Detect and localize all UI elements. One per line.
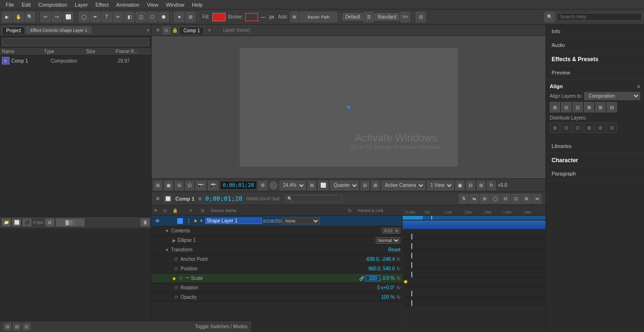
comp-sync-btn[interactable]: ↻	[487, 181, 496, 190]
search-help-input[interactable]	[557, 13, 642, 21]
panel-expand-arrow[interactable]: »	[146, 28, 149, 33]
opacity-reset-icon[interactable]: ↻	[397, 295, 400, 300]
tool-undo[interactable]: ↩	[40, 12, 51, 22]
stroke-swatch[interactable]	[245, 13, 258, 21]
stopwatch-icon-rotation[interactable]: ⏱	[172, 285, 179, 291]
camera-dropdown[interactable]: Active Camera	[381, 181, 425, 190]
layer-visibility-btn[interactable]: 👁	[154, 218, 161, 224]
ellipse-mode-select[interactable]: Normal	[376, 237, 400, 244]
menu-file[interactable]: File	[2, 1, 18, 8]
comp-output[interactable]: ▣	[164, 181, 173, 190]
tab-project[interactable]: Project	[2, 27, 25, 34]
right-info[interactable]: Info	[546, 25, 644, 38]
dist-hcenter-btn[interactable]: ⊟	[561, 122, 571, 133]
color-settings-btn[interactable]: ▓▒░	[56, 219, 84, 226]
stopwatch-icon-scale[interactable]: ⏱	[177, 275, 184, 282]
comp-display-btn[interactable]: ⊟	[466, 181, 475, 190]
menu-view[interactable]: View	[143, 1, 162, 8]
comp-camera-toggle[interactable]: 📷	[196, 181, 206, 190]
right-effects-presets[interactable]: Effects & Presets	[546, 52, 644, 66]
view-dropdown[interactable]: 1 View	[427, 181, 454, 190]
track-bar-layer1[interactable]	[403, 221, 545, 229]
menu-effect[interactable]: Effect	[91, 1, 112, 8]
tool-redo[interactable]: ↪	[52, 12, 62, 22]
tool-zoom[interactable]: 🔍	[25, 12, 35, 22]
align-bottom-btn[interactable]: ⊟	[607, 102, 617, 112]
toggle-label[interactable]: Toggle Switches / Modes	[195, 324, 247, 329]
tab-effect-controls[interactable]: Effect Controls Shape Layer 1	[26, 27, 91, 34]
region-btn[interactable]: ⬜	[318, 181, 328, 190]
project-search-input[interactable]	[2, 38, 149, 46]
tl-tool1[interactable]: ⇅	[459, 194, 469, 203]
comp-settings-btn[interactable]: ⚙	[258, 181, 267, 190]
comp-grid-toggle[interactable]: ⊟	[175, 181, 183, 190]
standard-dropdown[interactable]: Standard	[375, 13, 399, 20]
comp-lock-btn[interactable]: 🔒	[171, 26, 179, 35]
sublayer-rotation[interactable]: ⏱ Rotation 0 x+0.0° ↻	[152, 283, 402, 293]
project-item-comp1[interactable]: C Comp 1 Composition 29.97	[0, 55, 151, 66]
right-libraries[interactable]: Libraries	[546, 139, 644, 153]
default-dropdown[interactable]: Default	[343, 13, 363, 20]
new-solid-btn[interactable]: ⬛	[23, 219, 31, 226]
reset-btn[interactable]: Reset	[388, 247, 400, 252]
fast-preview-btn[interactable]: ⊟	[361, 181, 369, 190]
tool-hand[interactable]: ✋	[13, 12, 24, 22]
comp-render-btn[interactable]: ▣	[455, 181, 464, 190]
zoom-dropdown[interactable]: 24.4%	[280, 181, 306, 190]
comp-expand-btn[interactable]: »	[205, 26, 214, 35]
sublayer-transform[interactable]: ▼ Transform Reset	[152, 245, 402, 255]
expand-btn[interactable]: >>	[400, 12, 410, 22]
right-preview[interactable]: Preview	[546, 66, 644, 80]
tl-tool4[interactable]: ◯	[490, 194, 500, 203]
tool-text[interactable]: T	[101, 12, 112, 22]
new-comp-btn[interactable]: ⬜	[12, 219, 21, 226]
right-character[interactable]: Character	[546, 153, 644, 167]
tl-tool7[interactable]: ⊞	[522, 194, 531, 203]
transform-expand[interactable]: ▼	[165, 248, 169, 252]
comp-tools-left[interactable]: ⊞	[154, 181, 162, 190]
tool-rect-selector[interactable]: ⬜	[63, 12, 73, 22]
comp-mask-toggle[interactable]: ⊡	[185, 181, 194, 190]
sublayer-opacity[interactable]: ⏱ Opacity 100 % ↻	[152, 293, 402, 302]
layer-solo-star[interactable]: ★	[193, 218, 199, 223]
layer-row-1[interactable]: 👁 1 ★ ▼ ⊟⊡⊞☰⊟ None	[152, 216, 402, 226]
tool-star[interactable]: ★	[174, 12, 184, 22]
bpc-btn[interactable]: ⊟	[45, 219, 54, 226]
dist-right-btn[interactable]: ⊡	[572, 122, 583, 133]
lift-btn[interactable]: ⊡	[23, 323, 30, 331]
add-content-btn[interactable]: Add: ⊕	[382, 228, 400, 234]
delete-btn[interactable]: 🗑	[141, 219, 149, 226]
right-audio[interactable]: Audio	[546, 38, 644, 52]
tool-select[interactable]: ▶	[2, 12, 12, 22]
scale-value-input[interactable]	[366, 275, 380, 281]
dist-vcenter-btn[interactable]: ⊞	[595, 122, 606, 133]
rotation-reset-icon[interactable]: ↻	[397, 285, 400, 290]
tab-comp1[interactable]: Comp 1	[179, 27, 204, 34]
tool-puppet[interactable]: ⬡	[147, 12, 157, 22]
timeline-search-input[interactable]	[285, 195, 342, 202]
menu-window[interactable]: Window	[162, 1, 188, 8]
set-in-btn[interactable]: ⊟	[4, 323, 11, 331]
hamburger-btn[interactable]: ☰	[363, 12, 374, 22]
ellipse-expand[interactable]: ▶	[172, 238, 176, 243]
new-folder-btn[interactable]: 📁	[2, 219, 10, 226]
comp-layout-btn[interactable]: ⊞	[477, 181, 485, 190]
tl-tool2[interactable]: ⇆	[470, 194, 479, 203]
tool-shape2[interactable]: ⬣	[158, 12, 169, 22]
tool-shape[interactable]: ◯	[79, 12, 89, 22]
menu-layer[interactable]: Layer	[71, 1, 92, 8]
tl-tool3[interactable]: ⊞	[480, 194, 490, 203]
menu-help[interactable]: Help	[188, 1, 207, 8]
tool-stamp[interactable]: ◫	[136, 12, 146, 22]
menu-animation[interactable]: Animation	[112, 1, 143, 8]
stopwatch-icon-position[interactable]: ⏱	[172, 266, 179, 272]
timeline-close-btn[interactable]: ✕	[155, 195, 160, 202]
menu-edit[interactable]: Edit	[18, 1, 35, 8]
tl-tool5[interactable]: ⊟	[501, 194, 510, 203]
tl-tool6[interactable]: ⊡	[511, 194, 521, 203]
position-reset-icon[interactable]: ↻	[397, 266, 400, 271]
align-vcenter-btn[interactable]: ⊞	[595, 102, 606, 112]
dist-top-btn[interactable]: ⊠	[584, 122, 594, 133]
align-hcenter-btn[interactable]: ⊟	[561, 102, 571, 112]
dist-left-btn[interactable]: ⊞	[550, 122, 560, 133]
